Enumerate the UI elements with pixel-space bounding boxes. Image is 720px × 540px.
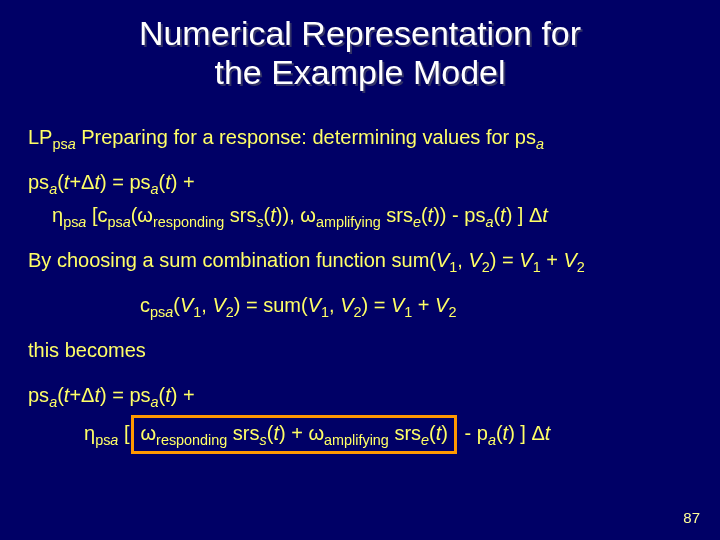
equation-1-rhs: ηpsa [cpsa(ωresponding srss(t)), ωamplif… <box>28 202 692 229</box>
sum-intro-a: By choosing a sum combination function s… <box>28 249 436 271</box>
eq1b-tail-t: t <box>542 204 548 226</box>
eq2-v2b: V <box>340 294 353 316</box>
slide-body: LPpsa Preparing for a response: determin… <box>0 92 720 454</box>
eq1-rhs-close: ) + <box>171 171 195 193</box>
eq1b-tail: ) ] Δ <box>506 204 543 226</box>
sum-intro-v1b: V <box>519 249 532 271</box>
eq2-2: 2 <box>226 304 234 320</box>
sum-intro-2: 2 <box>482 259 490 275</box>
eq1b-w1-sub: responding <box>153 214 224 230</box>
eq3b-srs-e: srs <box>389 422 421 444</box>
eq3b-w1: ω <box>140 422 156 444</box>
lp-rest: Preparing for a response: determining va… <box>76 126 536 148</box>
eq2-c1: , <box>201 294 212 316</box>
lp-line: LPpsa Preparing for a response: determin… <box>28 124 692 151</box>
eq1b-eta-sub: ps <box>63 214 78 230</box>
eq2-v1c: V <box>391 294 404 316</box>
title-line-2: the Example Model <box>214 53 505 91</box>
eq1b-srs-e-close: )) - ps <box>433 204 485 226</box>
eq1b-w2-sub: amplifying <box>316 214 381 230</box>
lp-prefix: LP <box>28 126 52 148</box>
eq1b-eta: η <box>52 204 63 226</box>
lp-tail-a: a <box>536 136 544 152</box>
eq3b-tail: ) ] Δ <box>508 422 545 444</box>
eq3b-srs-s-close: ) + ω <box>279 422 324 444</box>
eq3-ps: ps <box>28 384 49 406</box>
eq3b-tail-t: t <box>545 422 551 444</box>
slide-title: Numerical Representation for the Example… <box>0 0 720 92</box>
sum-intro-b: ) = <box>490 249 519 271</box>
eq2-mid: ) = sum( <box>234 294 308 316</box>
eq1b-open: [c <box>86 204 107 226</box>
equation-2: cpsa(V1, V2) = sum(V1, V2) = V1 + V2 <box>28 292 692 319</box>
eq1-plus-dt: +Δ <box>69 171 94 193</box>
equation-3-lhs: psa(t+Δt) = psa(t) + <box>28 382 692 409</box>
sum-intro-c: , <box>457 249 468 271</box>
title-line-1: Numerical Representation for <box>139 14 581 52</box>
this-becomes: this becomes <box>28 337 692 364</box>
eq2-open: ( <box>173 294 180 316</box>
sum-intro-v2: V <box>468 249 481 271</box>
eq2-v2c: V <box>435 294 448 316</box>
eq3b-p-paren: ( <box>496 422 503 444</box>
eq1b-srs-e: srs <box>381 204 413 226</box>
eq1b-c-sub: ps <box>107 214 122 230</box>
eq3b-minus-p: - p <box>459 422 488 444</box>
highlighted-box: ωresponding srss(t) + ωamplifying srse(t… <box>131 415 457 454</box>
eq3-rhs-close: ) + <box>171 384 195 406</box>
eq1-a: a <box>49 181 57 197</box>
eq3b-srs-s-sub: s <box>260 432 267 448</box>
eq3b-srs-s: srs <box>227 422 259 444</box>
eq2-2c: 2 <box>448 304 456 320</box>
eq2-c2: , <box>329 294 340 316</box>
sum-intro-v2b: V <box>563 249 576 271</box>
eq1b-srs-s-sub: s <box>256 214 263 230</box>
sum-intro: By choosing a sum combination function s… <box>28 247 692 274</box>
sum-intro-p: + <box>541 249 564 271</box>
eq3b-w2-sub: amplifying <box>324 432 389 448</box>
eq1b-srs-e-paren: ( <box>421 204 428 226</box>
eq1b-w1: (ω <box>131 204 153 226</box>
eq3b-outer-open: [ <box>118 422 129 444</box>
eq2-c: c <box>140 294 150 316</box>
page-number: 87 <box>683 509 700 526</box>
sum-intro-2b: 2 <box>577 259 585 275</box>
eq3b-w1-sub: responding <box>156 432 227 448</box>
eq2-v2: V <box>212 294 225 316</box>
sum-intro-v1: V <box>436 249 449 271</box>
eq2-v1: V <box>180 294 193 316</box>
eq1b-srs-e-sub: e <box>413 214 421 230</box>
eq2-v1b: V <box>308 294 321 316</box>
eq3b-srs-e-close: ) <box>441 422 448 444</box>
eq1-ps: ps <box>28 171 49 193</box>
sum-intro-1b: 1 <box>533 259 541 275</box>
eq2-c-sub: ps <box>150 304 165 320</box>
lp-sub-ps: ps <box>52 136 67 152</box>
eq1-paren: ( <box>57 171 64 193</box>
eq1-rhs-a: a <box>151 181 159 197</box>
lp-sub-a: a <box>68 136 76 152</box>
eq1-close-eq: ) = ps <box>100 171 151 193</box>
eq2-eq2: ) = <box>361 294 390 316</box>
eq3-paren: ( <box>57 384 64 406</box>
eq3-plus-dt: +Δ <box>69 384 94 406</box>
eq3b-eta: η <box>84 422 95 444</box>
eq1b-srs-s: srs <box>224 204 256 226</box>
equation-3-rhs: ηpsa [ωresponding srss(t) + ωamplifying … <box>28 415 692 454</box>
eq2-1b: 1 <box>321 304 329 320</box>
eq1b-c-sub-a: a <box>123 214 131 230</box>
eq3-rhs-a: a <box>151 394 159 410</box>
eq3b-eta-sub: ps <box>95 432 110 448</box>
eq2-p2: + <box>412 294 435 316</box>
eq3b-srs-e-sub: e <box>421 432 429 448</box>
eq3b-srs-e-paren: ( <box>429 422 436 444</box>
eq3-a: a <box>49 394 57 410</box>
equation-1-lhs: psa(t+Δt) = psa(t) + <box>28 169 692 196</box>
eq3b-p-a: a <box>488 432 496 448</box>
eq3-close-eq: ) = ps <box>100 384 151 406</box>
eq1b-srs-s-close: )), ω <box>276 204 316 226</box>
